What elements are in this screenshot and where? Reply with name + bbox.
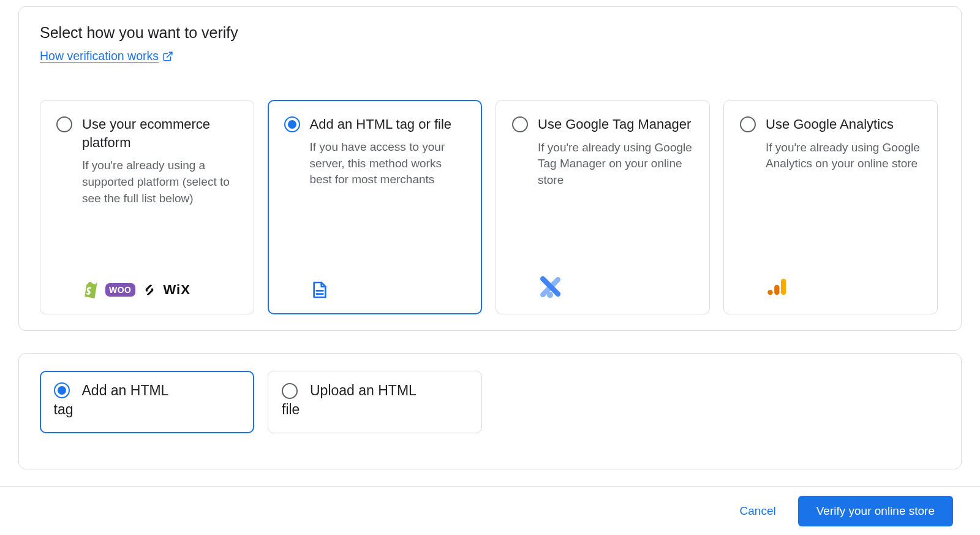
google-analytics-icon — [766, 275, 790, 299]
method-card-google-tag-manager[interactable]: Use Google Tag Manager If you're already… — [496, 100, 710, 314]
card-body: Add an HTML tag or file If you have acce… — [310, 115, 466, 300]
how-verification-works-link[interactable]: How verification works — [40, 49, 173, 63]
panel-title: Select how you want to verify — [40, 24, 940, 42]
woocommerce-icon: WOO — [105, 283, 135, 297]
sub-option-row: Add an HTML tag Upload an HTML file — [40, 371, 940, 433]
sub-option-label: Add an HTML — [82, 382, 169, 399]
verify-button[interactable]: Verify your online store — [798, 496, 953, 526]
radio-icon — [56, 116, 72, 132]
radio-icon — [282, 383, 298, 399]
sub-option-add-html-tag[interactable]: Add an HTML tag — [40, 371, 254, 433]
sub-option-label-cont: tag — [54, 401, 241, 418]
method-card-html-tag-or-file[interactable]: Add an HTML tag or file If you have acce… — [268, 100, 482, 314]
sub-option-row-inner: Upload an HTML — [282, 382, 468, 399]
sub-option-label-cont: file — [282, 401, 468, 418]
card-title: Add an HTML tag or file — [310, 115, 466, 134]
google-tag-manager-icon — [538, 275, 562, 299]
external-link-icon — [162, 51, 173, 62]
card-description: If you have access to your server, this … — [310, 139, 466, 188]
radio-icon — [740, 116, 756, 132]
card-description: If you're already using Google Analytics… — [766, 140, 921, 172]
method-card-google-analytics[interactable]: Use Google Analytics If you're already u… — [723, 100, 938, 314]
radio-icon — [512, 116, 528, 132]
card-title: Use Google Tag Manager — [538, 115, 693, 134]
card-icon-row — [538, 275, 693, 299]
verification-method-panel: Select how you want to verify How verifi… — [18, 6, 962, 331]
document-icon — [310, 280, 330, 300]
wix-icon: WiX — [164, 282, 190, 298]
sub-option-label: Upload an HTML — [310, 382, 417, 399]
card-icon-row — [310, 280, 466, 300]
svg-line-0 — [167, 52, 172, 57]
method-cards-row: Use your ecommerce platform If you're al… — [40, 100, 940, 314]
card-body: Use Google Tag Manager If you're already… — [538, 115, 693, 299]
help-link-text: How verification works — [40, 49, 159, 63]
card-title: Use your ecommerce platform — [82, 115, 238, 151]
svg-rect-7 — [774, 285, 779, 295]
svg-point-5 — [547, 292, 553, 298]
footer-action-bar: Cancel Verify your online store — [0, 486, 980, 535]
svg-point-8 — [767, 290, 772, 295]
card-description: If you're already using Google Tag Manag… — [538, 140, 693, 189]
radio-icon — [54, 382, 70, 398]
card-body: Use your ecommerce platform If you're al… — [82, 115, 238, 299]
squarespace-icon — [141, 282, 157, 298]
card-body: Use Google Analytics If you're already u… — [766, 115, 921, 299]
platform-logos: WOO WiX — [82, 281, 238, 299]
html-tag-or-file-subpanel: Add an HTML tag Upload an HTML file — [18, 353, 962, 469]
card-title: Use Google Analytics — [766, 115, 921, 134]
method-card-ecommerce-platform[interactable]: Use your ecommerce platform If you're al… — [40, 100, 254, 314]
radio-icon — [284, 116, 300, 132]
card-description: If you're already using a supported plat… — [82, 157, 238, 207]
sub-option-upload-html-file[interactable]: Upload an HTML file — [268, 371, 482, 433]
sub-option-row-inner: Add an HTML — [54, 382, 241, 399]
shopify-icon — [82, 281, 99, 299]
svg-rect-6 — [781, 279, 786, 295]
card-icon-row — [766, 275, 921, 299]
cancel-button[interactable]: Cancel — [736, 504, 780, 518]
